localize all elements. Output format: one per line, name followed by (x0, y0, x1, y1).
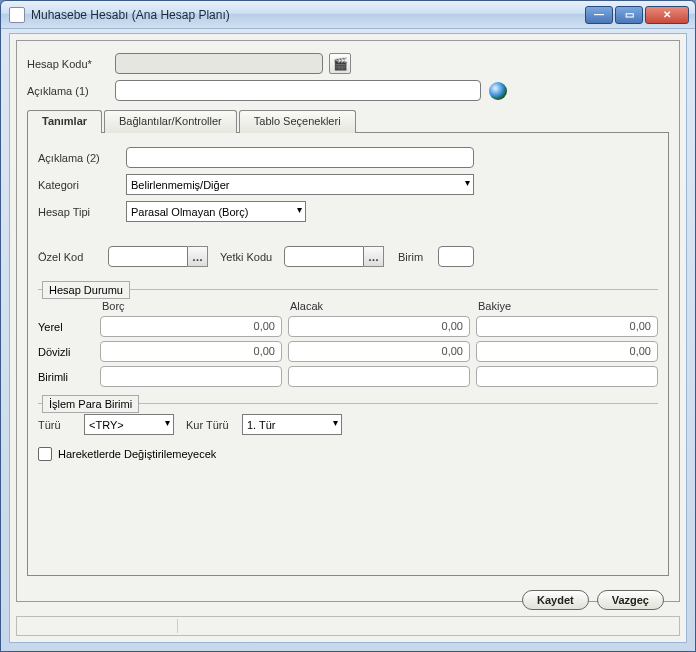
window-title: Muhasebe Hesabı (Ana Hesap Planı) (31, 8, 230, 22)
tab-baglantilar[interactable]: Bağlantılar/Kontroller (104, 110, 237, 133)
app-window: Muhasebe Hesabı (Ana Hesap Planı) — ▭ ✕ … (0, 0, 696, 652)
turu-label: Türü (38, 419, 84, 431)
yerel-bakiye: 0,00 (476, 316, 658, 337)
hesap-tipi-select[interactable]: Parasal Olmayan (Borç) (126, 201, 306, 222)
tab-tablo-secenekleri[interactable]: Tablo Seçenekleri (239, 110, 356, 133)
minimize-button[interactable]: — (585, 6, 613, 24)
birimli-alacak (288, 366, 470, 387)
aciklama2-label: Açıklama (2) (38, 152, 126, 164)
yetki-kodu-label: Yetki Kodu (220, 251, 284, 263)
tab-body-tanimlar: Açıklama (2) Kategori Belirlenmemiş/Diğe… (27, 132, 669, 576)
yerel-borc: 0,00 (100, 316, 282, 337)
dovizli-borc: 0,00 (100, 341, 282, 362)
dovizli-bakiye: 0,00 (476, 341, 658, 362)
hesap-kodu-input[interactable] (115, 53, 323, 74)
maximize-button[interactable]: ▭ (615, 6, 643, 24)
dovizli-alacak: 0,00 (288, 341, 470, 362)
aciklama1-input[interactable] (115, 80, 481, 101)
kaydet-button[interactable]: Kaydet (522, 590, 589, 610)
ozel-kod-label: Özel Kod (38, 251, 108, 263)
birimli-bakiye (476, 366, 658, 387)
tab-tanimlar[interactable]: Tanımlar (27, 110, 102, 133)
hareket-lock-checkbox[interactable] (38, 447, 52, 461)
row-yerel-label: Yerel (38, 321, 94, 333)
titlebar[interactable]: Muhasebe Hesabı (Ana Hesap Planı) — ▭ ✕ (1, 1, 695, 29)
row-dovizli-label: Dövizli (38, 346, 94, 358)
birimli-borc (100, 366, 282, 387)
hareket-lock-label: Hareketlerde Değiştirilemeyecek (58, 448, 216, 460)
footer-buttons: Kaydet Vazgeç (522, 590, 664, 610)
hesap-durumu-title: Hesap Durumu (42, 281, 130, 299)
clapper-icon: 🎬 (333, 57, 348, 71)
col-bakiye: Bakiye (476, 300, 658, 312)
close-button[interactable]: ✕ (645, 6, 689, 24)
birim-label: Birim (398, 251, 438, 263)
hesap-kodu-label: Hesap Kodu* (27, 58, 115, 70)
aciklama2-input[interactable] (126, 147, 474, 168)
hesap-durumu-grid: Borç Alacak Bakiye Yerel 0,00 0,00 0,00 … (38, 300, 658, 387)
vazgec-button[interactable]: Vazgeç (597, 590, 664, 610)
ozel-kod-lookup-button[interactable]: … (188, 246, 208, 267)
col-alacak: Alacak (288, 300, 470, 312)
col-borc: Borç (100, 300, 282, 312)
birim-input[interactable] (438, 246, 474, 267)
yerel-alacak: 0,00 (288, 316, 470, 337)
kategori-select[interactable]: Belirlenmemiş/Diğer (126, 174, 474, 195)
yetki-kodu-input[interactable] (284, 246, 364, 267)
app-icon (9, 7, 25, 23)
kategori-label: Kategori (38, 179, 126, 191)
main-panel: Hesap Kodu* 🎬 Açıklama (1) Tanımlar Bağl… (16, 40, 680, 602)
turu-select[interactable]: <TRY> (84, 414, 174, 435)
ozel-kod-input[interactable] (108, 246, 188, 267)
window-controls: — ▭ ✕ (585, 6, 689, 24)
globe-icon[interactable] (489, 82, 507, 100)
kur-turu-select[interactable]: 1. Tür (242, 414, 342, 435)
islem-para-title: İşlem Para Birimi (42, 395, 139, 413)
aciklama1-label: Açıklama (1) (27, 85, 115, 97)
hesap-tipi-label: Hesap Tipi (38, 206, 126, 218)
client-area: Hesap Kodu* 🎬 Açıklama (1) Tanımlar Bağl… (9, 33, 687, 643)
yetki-kodu-lookup-button[interactable]: … (364, 246, 384, 267)
hesap-kodu-lookup-button[interactable]: 🎬 (329, 53, 351, 74)
kur-turu-label: Kur Türü (186, 419, 242, 431)
row-birimli-label: Birimli (38, 371, 94, 383)
tab-strip: Tanımlar Bağlantılar/Kontroller Tablo Se… (27, 109, 669, 132)
status-bar (16, 616, 680, 636)
